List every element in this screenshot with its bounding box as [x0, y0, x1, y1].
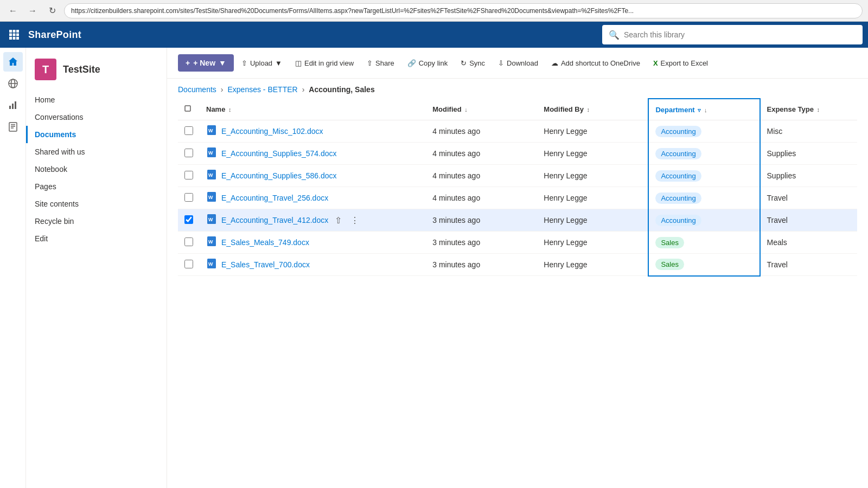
table-body: W E_Accounting_Misc_102.docx ⇧ ⋮ 4 minut… [178, 120, 857, 276]
sidebar-item-conversations[interactable]: Conversations [26, 108, 167, 126]
row-modified-cell: 4 minutes ago [426, 187, 537, 209]
grid-icon: ◫ [295, 59, 302, 67]
sidebar-item-recycle-bin[interactable]: Recycle bin [26, 213, 167, 230]
share-row-btn[interactable]: ⇧ [333, 214, 344, 227]
row-department-cell: Accounting [648, 120, 760, 143]
row-department-cell: Accounting [648, 143, 760, 165]
more-row-btn[interactable]: ⋮ [357, 147, 370, 160]
row-filename[interactable]: E_Sales_Meals_749.docx [221, 238, 309, 247]
row-filename[interactable]: E_Sales_Travel_700.docx [221, 260, 310, 269]
row-checkbox-cell[interactable] [178, 187, 200, 209]
sidebar-item-shared[interactable]: Shared with us [26, 143, 167, 160]
row-name-cell: W E_Accounting_Supplies_586.docx ⇧ ⋮ [200, 165, 426, 187]
share-row-btn[interactable]: ⇧ [333, 192, 344, 204]
table-row[interactable]: W E_Sales_Meals_749.docx ⇧ ⋮ 3 minutes a… [178, 232, 857, 254]
table-row[interactable]: W E_Accounting_Travel_256.docx ⇧ ⋮ 4 min… [178, 187, 857, 209]
search-box[interactable]: 🔍 [602, 25, 863, 44]
sidebar-item-notebook[interactable]: Notebook [26, 160, 167, 178]
export-excel-button[interactable]: X Export to Excel [648, 56, 713, 70]
share-icon: ⇧ [367, 59, 373, 67]
row-checkbox[interactable] [184, 260, 193, 268]
th-checkbox[interactable] [178, 99, 200, 120]
refresh-button[interactable]: ↻ [44, 3, 60, 18]
row-checkbox-cell[interactable] [178, 120, 200, 143]
rail-pages-icon[interactable] [3, 117, 23, 137]
share-button[interactable]: ⇧ Share [361, 56, 400, 70]
documents-table: Name ↕ Modified ↓ Modified By ↕ Departme… [178, 98, 857, 277]
sidebar-item-home[interactable]: Home [26, 91, 167, 108]
row-expense-type-cell: Travel [760, 254, 857, 276]
share-row-btn[interactable]: ⇧ [341, 170, 353, 182]
row-checkbox[interactable] [184, 126, 193, 135]
svg-rect-6 [9, 37, 12, 40]
more-row-btn[interactable]: ⋮ [329, 236, 342, 249]
more-row-btn[interactable]: ⋮ [357, 170, 370, 182]
row-checkbox[interactable] [184, 215, 193, 224]
rail-home-icon[interactable] [3, 52, 23, 72]
rail-activity-icon[interactable] [3, 95, 23, 115]
row-checkbox[interactable] [184, 237, 193, 246]
download-button[interactable]: ⇩ Download [493, 56, 544, 70]
table-row[interactable]: W E_Accounting_Travel_412.docx ⇧ ⋮ 3 min… [178, 209, 857, 232]
more-row-btn[interactable]: ⋮ [330, 259, 343, 271]
edit-grid-button[interactable]: ◫ Edit in grid view [290, 56, 359, 70]
sidebar-item-pages[interactable]: Pages [26, 178, 167, 195]
share-row-btn[interactable]: ⇧ [314, 259, 326, 271]
sidebar-item-documents[interactable]: Documents [26, 126, 167, 143]
sidebar-item-edit[interactable]: Edit [26, 230, 167, 247]
department-badge: Accounting [655, 192, 701, 204]
more-row-btn[interactable]: ⋮ [348, 192, 361, 204]
row-modified-by-cell: Henry Legge [537, 120, 648, 143]
row-filename[interactable]: E_Accounting_Travel_256.docx [221, 194, 328, 202]
url-bar[interactable]: https://citizenbuilders.sharepoint.com/s… [64, 3, 863, 18]
row-checkbox[interactable] [184, 171, 193, 179]
row-filename[interactable]: E_Accounting_Supplies_586.docx [221, 171, 337, 180]
download-icon: ⇩ [498, 59, 504, 67]
content-area: + + New ▼ ⇧ Upload ▼ ◫ Edit in grid view… [167, 48, 868, 488]
more-row-btn[interactable]: ⋮ [348, 214, 361, 227]
svg-rect-3 [9, 34, 12, 36]
waffle-icon[interactable] [5, 26, 23, 43]
forward-button[interactable]: → [25, 3, 40, 18]
table-row[interactable]: W E_Accounting_Misc_102.docx ⇧ ⋮ 4 minut… [178, 120, 857, 143]
breadcrumb-documents[interactable]: Documents [178, 85, 216, 94]
row-department-cell: Accounting [648, 165, 760, 187]
sync-button[interactable]: ↻ Sync [455, 56, 490, 70]
search-input[interactable] [624, 30, 856, 39]
row-checkbox[interactable] [184, 149, 193, 157]
row-filename[interactable]: E_Accounting_Misc_102.docx [221, 127, 323, 136]
th-modified[interactable]: Modified ↓ [426, 99, 537, 120]
table-row[interactable]: W E_Accounting_Supplies_574.docx ⇧ ⋮ 4 m… [178, 143, 857, 165]
th-expense-type[interactable]: Expense Type ↕ [760, 99, 857, 120]
more-row-btn[interactable]: ⋮ [343, 125, 356, 138]
row-checkbox[interactable] [184, 193, 193, 202]
th-name[interactable]: Name ↕ [200, 99, 426, 120]
upload-button[interactable]: ⇧ Upload ▼ [236, 56, 288, 70]
add-shortcut-button[interactable]: ☁ Add shortcut to OneDrive [546, 56, 646, 70]
back-button[interactable]: ← [5, 3, 21, 18]
row-filename[interactable]: E_Accounting_Travel_412.docx [221, 216, 328, 224]
share-row-btn[interactable]: ⇧ [341, 147, 353, 160]
row-filename[interactable]: E_Accounting_Supplies_574.docx [221, 149, 337, 158]
share-row-btn[interactable]: ⇧ [314, 236, 325, 249]
copy-link-button[interactable]: 🔗 Copy link [402, 56, 453, 70]
th-department[interactable]: Department ▿ ↓ [648, 99, 760, 120]
row-checkbox-cell[interactable] [178, 143, 200, 165]
row-checkbox-cell[interactable] [178, 209, 200, 232]
rail-sites-icon[interactable] [3, 74, 23, 93]
breadcrumb: Documents › Expenses - BETTER › Accounti… [167, 79, 868, 98]
row-checkbox-cell[interactable] [178, 232, 200, 254]
svg-rect-7 [13, 37, 16, 40]
table-row[interactable]: W E_Accounting_Supplies_586.docx ⇧ ⋮ 4 m… [178, 165, 857, 187]
breadcrumb-expenses[interactable]: Expenses - BETTER [227, 85, 297, 94]
row-checkbox-cell[interactable] [178, 254, 200, 276]
th-modified-by[interactable]: Modified By ↕ [537, 99, 648, 120]
table-row[interactable]: W E_Sales_Travel_700.docx ⇧ ⋮ 3 minutes … [178, 254, 857, 276]
row-name-cell: W E_Sales_Travel_700.docx ⇧ ⋮ [200, 254, 426, 276]
new-button[interactable]: + + New ▼ [178, 54, 234, 72]
share-row-btn[interactable]: ⇧ [328, 125, 339, 138]
row-checkbox-cell[interactable] [178, 165, 200, 187]
sidebar-item-site-contents[interactable]: Site contents [26, 195, 167, 213]
search-icon: 🔍 [609, 30, 620, 40]
new-plus-icon: + [186, 59, 190, 67]
